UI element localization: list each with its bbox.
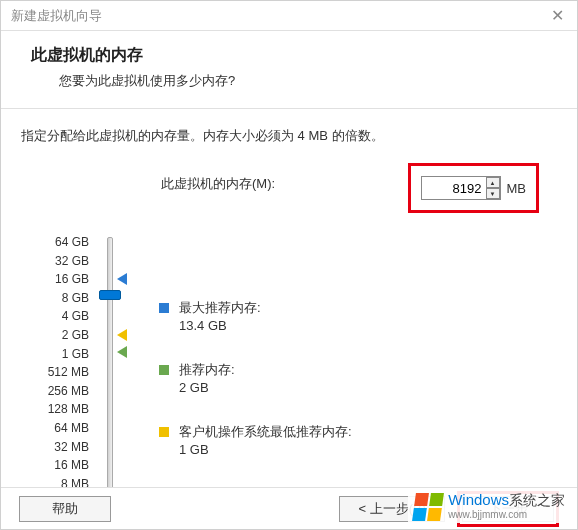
page-subtitle: 您要为此虚拟机使用多少内存? (59, 72, 547, 90)
memory-slider-track[interactable] (107, 237, 113, 517)
wizard-header: 此虚拟机的内存 您要为此虚拟机使用多少内存? (1, 31, 577, 109)
help-button[interactable]: 帮助 (19, 496, 111, 522)
memory-info-column: 最大推荐内存: 13.4 GB 推荐内存: 2 GB 客户机操作系统最低推荐内存… (139, 233, 557, 512)
windows-logo-icon (412, 493, 444, 521)
new-vm-wizard-dialog: 新建虚拟机向导 ✕ 此虚拟机的内存 您要为此虚拟机使用多少内存? 指定分配给此虚… (0, 0, 578, 530)
slider-tick-labels: 64 GB32 GB16 GB8 GB4 GB2 GB1 GB512 MB256… (33, 233, 89, 512)
blue-square-icon (159, 303, 169, 313)
rec-memory-info: 推荐内存: 2 GB (159, 361, 235, 397)
max-memory-value: 13.4 GB (179, 317, 261, 335)
slider-tick: 2 GB (33, 326, 89, 345)
slider-tick: 1 GB (33, 345, 89, 364)
green-square-icon (159, 365, 169, 375)
slider-tick: 16 MB (33, 456, 89, 475)
max-memory-label: 最大推荐内存: (179, 299, 261, 317)
spinner-down-icon[interactable]: ▼ (486, 188, 500, 199)
slider-tick: 4 GB (33, 307, 89, 326)
memory-slider-column (89, 233, 139, 512)
min-memory-info: 客户机操作系统最低推荐内存: 1 GB (159, 423, 352, 459)
slider-tick: 8 GB (33, 289, 89, 308)
description-text: 指定分配给此虚拟机的内存量。内存大小必须为 4 MB 的倍数。 (21, 127, 557, 145)
slider-tick: 32 GB (33, 252, 89, 271)
slider-tick: 32 MB (33, 438, 89, 457)
page-title: 此虚拟机的内存 (31, 45, 547, 66)
watermark-text: Windows系统之家 www.bjjmmw.com (448, 493, 565, 521)
slider-tick: 512 MB (33, 363, 89, 382)
rec-marker-icon (117, 346, 127, 358)
titlebar: 新建虚拟机向导 ✕ (1, 1, 577, 31)
memory-row: 此虚拟机的内存(M): ▲ ▼ MB (21, 173, 557, 233)
rec-memory-value: 2 GB (179, 379, 235, 397)
memory-unit: MB (507, 181, 527, 196)
slider-tick: 64 GB (33, 233, 89, 252)
wizard-body: 指定分配给此虚拟机的内存量。内存大小必须为 4 MB 的倍数。 此虚拟机的内存(… (1, 109, 577, 512)
memory-area: 64 GB32 GB16 GB8 GB4 GB2 GB1 GB512 MB256… (21, 233, 557, 512)
rec-memory-label: 推荐内存: (179, 361, 235, 379)
min-memory-value: 1 GB (179, 441, 352, 459)
slider-tick: 256 MB (33, 382, 89, 401)
close-icon[interactable]: ✕ (547, 6, 567, 26)
watermark: Windows系统之家 www.bjjmmw.com (408, 491, 571, 523)
max-memory-info: 最大推荐内存: 13.4 GB (159, 299, 261, 335)
slider-tick: 64 MB (33, 419, 89, 438)
window-title: 新建虚拟机向导 (11, 7, 102, 25)
memory-input-highlight: ▲ ▼ MB (408, 163, 540, 213)
min-marker-icon (117, 329, 127, 341)
slider-tick: 16 GB (33, 270, 89, 289)
memory-spinner: ▲ ▼ (486, 177, 500, 199)
memory-label: 此虚拟机的内存(M): (161, 175, 275, 193)
memory-slider-thumb[interactable] (99, 290, 121, 300)
min-memory-label: 客户机操作系统最低推荐内存: (179, 423, 352, 441)
max-marker-icon (117, 273, 127, 285)
slider-tick: 128 MB (33, 400, 89, 419)
yellow-square-icon (159, 427, 169, 437)
spinner-up-icon[interactable]: ▲ (486, 177, 500, 188)
